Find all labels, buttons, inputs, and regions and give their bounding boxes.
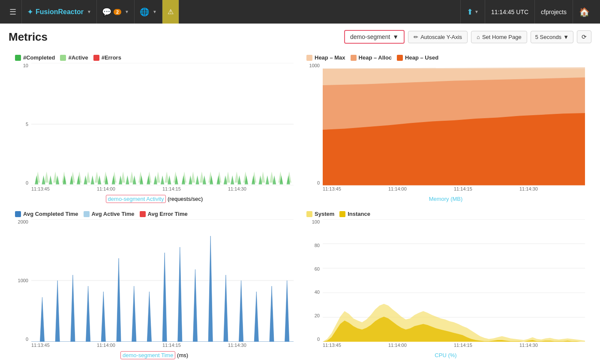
set-home-button[interactable]: ⌂ Set Home Page: [471, 31, 527, 43]
activity-link[interactable]: demo-segment Activity: [106, 195, 168, 203]
chat-badge: 2: [114, 9, 121, 15]
home-btn-icon: ⌂: [477, 34, 480, 40]
active-swatch: [60, 55, 66, 61]
app-chevron-icon: ▼: [87, 9, 91, 14]
cpu-chart-area: 100 80 60 40 20 0: [306, 219, 585, 350]
chat-icon: 💬: [102, 7, 111, 17]
active-legend-item: #Active: [60, 54, 88, 61]
segment-dropdown[interactable]: demo-segment ▼: [344, 30, 405, 44]
time-svg: [31, 219, 294, 342]
instance-legend-item: Instance: [339, 211, 370, 217]
memory-chart-area: 1000 0 11:13:45: [306, 63, 585, 194]
activity-link-text: demo-segment Activity: [106, 195, 166, 203]
time-chart-area: 2000 1000 0 11:13:45: [15, 219, 294, 350]
heap-used-label: Heap – Used: [405, 54, 438, 61]
avg-error-swatch: [140, 211, 146, 217]
time-link-text: demo-segment Time: [120, 351, 176, 359]
system-label: System: [315, 211, 334, 217]
time-display: 11:14:45 UTC: [485, 0, 534, 24]
heap-max-legend-item: Heap – Max: [306, 54, 345, 61]
time-unit: (ms): [177, 352, 188, 358]
memory-chart-label: Memory (MB): [306, 196, 585, 202]
current-time: 11:14:45 UTC: [491, 9, 528, 15]
refresh-icon: ⟳: [582, 33, 587, 40]
instance-label: Instance: [348, 211, 370, 217]
heap-max-label: Heap – Max: [315, 54, 345, 61]
fusionreactor-nav[interactable]: ✦ FusionReactor ▼: [22, 0, 97, 24]
heap-alloc-label: Heap – Alloc: [359, 54, 392, 61]
memory-link[interactable]: Memory (MB): [429, 196, 463, 202]
avg-active-legend-item: Avg Active Time: [84, 211, 135, 217]
heap-alloc-swatch: [351, 55, 357, 61]
upload-nav[interactable]: ⬆ ▼: [460, 0, 485, 24]
home-icon: 🏠: [579, 7, 590, 17]
chat-chevron-icon: ▼: [125, 9, 129, 14]
autoscale-button[interactable]: ✏ Autoscale Y-Axis: [408, 31, 468, 43]
username: cfprojects: [541, 9, 567, 15]
heap-used-legend-item: Heap – Used: [397, 54, 438, 61]
pencil-icon: ✏: [414, 34, 418, 40]
memory-y-axis: 1000 0: [306, 63, 321, 185]
header-row: Metrics demo-segment ▼ ✏ Autoscale Y-Axi…: [9, 30, 591, 44]
errors-legend-item: #Errors: [93, 54, 121, 61]
svg-marker-11: [31, 253, 294, 342]
activity-chart-panel: #Completed #Active #Errors 10 5 0: [9, 50, 300, 206]
upload-chevron-icon: ▼: [474, 9, 479, 14]
upload-icon: ⬆: [467, 7, 473, 17]
refresh-button[interactable]: ⟳: [577, 30, 591, 43]
avg-active-label: Avg Active Time: [92, 211, 135, 217]
system-swatch: [306, 211, 312, 217]
globe-icon: 🌐: [140, 7, 149, 17]
alert-nav[interactable]: ⚠: [162, 0, 179, 24]
errors-legend-label: #Errors: [102, 54, 121, 61]
avg-error-label: Avg Error Time: [148, 211, 188, 217]
avg-completed-label: Avg Completed Time: [23, 211, 78, 217]
topnav: ☰ ✦ FusionReactor ▼ 💬 2 ▼ 🌐 ▼ ⚠ ⬆ ▼ 11:1…: [0, 0, 600, 24]
activity-x-axis: 11:13:45 11:14:00 11:14:15 11:14:30: [31, 186, 294, 194]
avg-active-swatch: [84, 211, 90, 217]
chat-nav[interactable]: 💬 2 ▼: [97, 0, 135, 24]
activity-legend: #Completed #Active #Errors: [15, 54, 294, 61]
memory-chart-panel: Heap – Max Heap – Alloc Heap – Used 1000…: [300, 50, 591, 206]
activity-chart-label: demo-segment Activity (requests/sec): [15, 196, 294, 202]
heap-max-swatch: [306, 55, 312, 61]
cpu-link[interactable]: CPU (%): [435, 352, 456, 358]
completed-swatch: [15, 55, 21, 61]
activity-unit: (requests/sec): [168, 196, 203, 202]
globe-nav[interactable]: 🌐 ▼: [135, 0, 162, 24]
segment-label: demo-segment: [350, 33, 390, 40]
app-name: FusionReactor: [36, 8, 84, 16]
avg-completed-legend-item: Avg Completed Time: [15, 211, 78, 217]
page-title: Metrics: [9, 30, 344, 44]
memory-svg: [323, 63, 585, 185]
warning-icon: ⚠: [168, 8, 174, 16]
hamburger-menu[interactable]: ☰: [4, 0, 22, 24]
hamburger-icon: ☰: [9, 7, 16, 17]
header-controls: demo-segment ▼ ✏ Autoscale Y-Axis ⌂ Set …: [344, 30, 591, 44]
completed-legend-item: #Completed: [15, 54, 55, 61]
cpu-chart-inner: [323, 219, 585, 342]
charts-grid: #Completed #Active #Errors 10 5 0: [9, 50, 591, 363]
segment-chevron-icon: ▼: [393, 33, 399, 40]
activity-svg: [31, 63, 294, 185]
memory-title: Memory (MB): [429, 196, 463, 202]
active-legend-label: #Active: [68, 54, 88, 61]
seconds-chevron-icon: ▼: [563, 34, 569, 40]
heap-alloc-legend-item: Heap – Alloc: [351, 54, 392, 61]
cpu-chart-label: CPU (%): [306, 352, 585, 358]
instance-swatch: [339, 211, 345, 217]
activity-chart-area: 10 5 0 11:13:45: [15, 63, 294, 194]
main-content: Metrics demo-segment ▼ ✏ Autoscale Y-Axi…: [0, 24, 600, 364]
activity-y-axis: 10 5 0: [15, 63, 30, 185]
atom-icon: ✦: [27, 7, 33, 17]
svg-marker-12: [31, 236, 294, 342]
nav-right: ⬆ ▼ 11:14:45 UTC cfprojects 🏠: [460, 0, 596, 24]
memory-chart-inner: [323, 63, 585, 185]
avg-completed-swatch: [15, 211, 21, 217]
home-nav[interactable]: 🏠: [573, 0, 596, 24]
time-chart-panel: Avg Completed Time Avg Active Time Avg E…: [9, 206, 300, 363]
seconds-dropdown[interactable]: 5 Seconds ▼: [531, 31, 573, 43]
time-link[interactable]: demo-segment Time: [120, 351, 177, 359]
time-chart-inner: [31, 219, 294, 342]
time-chart-label: demo-segment Time (ms): [15, 352, 294, 358]
